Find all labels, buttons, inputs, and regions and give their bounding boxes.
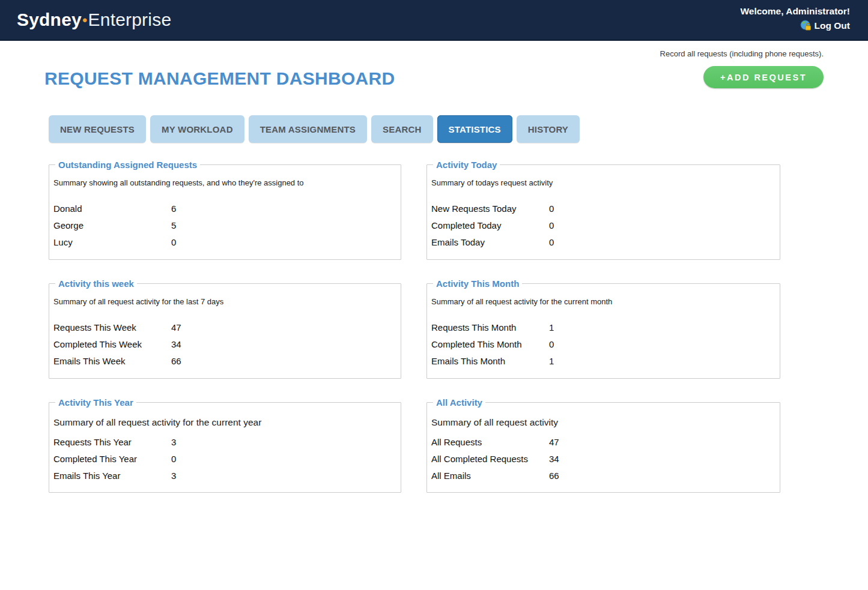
stat-row: All Emails 66 <box>431 471 772 481</box>
page-content: REQUEST MANAGEMENT DASHBOARD Record all … <box>0 49 868 493</box>
stat-label: Completed Today <box>431 220 549 231</box>
panel-title: Activity Today <box>433 160 500 170</box>
tab-history[interactable]: HISTORY <box>517 115 580 143</box>
stat-row: Requests This Month 1 <box>431 322 772 333</box>
tab-search[interactable]: SEARCH <box>371 115 433 143</box>
stat-row: Requests This Week 47 <box>53 322 393 333</box>
app-logo: Sydney•Enterprise <box>17 10 171 30</box>
stat-row: Emails This Week 66 <box>53 356 393 367</box>
stat-value: 1 <box>549 322 554 333</box>
stat-value: 6 <box>171 203 176 214</box>
page-title: REQUEST MANAGEMENT DASHBOARD <box>44 68 395 88</box>
stat-value: 3 <box>171 437 176 448</box>
stat-row: Completed This Month 0 <box>431 339 772 350</box>
stat-value: 5 <box>171 220 176 231</box>
panel-all-activity: All Activity Summary of all request acti… <box>426 397 780 493</box>
panel-title: Outstanding Assigned Requests <box>55 160 200 170</box>
panel-title: Activity This Month <box>433 278 522 289</box>
stat-row: All Requests 47 <box>431 437 772 448</box>
globe-lock-icon <box>800 20 812 31</box>
panel-rows: Requests This Week 47 Completed This Wee… <box>53 322 393 367</box>
stat-label: Emails This Year <box>53 471 171 481</box>
stat-label: Lucy <box>53 237 171 248</box>
stat-label: George <box>53 220 171 231</box>
stat-row: Completed This Week 34 <box>53 339 393 350</box>
stat-row: Emails Today 0 <box>431 237 772 248</box>
stat-row: All Completed Requests 34 <box>431 454 772 465</box>
panel-description: Summary of all request activity <box>431 417 772 428</box>
add-request-button[interactable]: +ADD REQUEST <box>703 66 824 88</box>
logout-link[interactable]: Log Out <box>800 20 850 31</box>
panel-rows: Requests This Year 3 Completed This Year… <box>53 437 393 481</box>
stat-label: Emails This Week <box>53 356 171 367</box>
stat-row: Requests This Year 3 <box>53 437 393 448</box>
statistics-panels: Outstanding Assigned Requests Summary sh… <box>49 160 824 493</box>
panel-outstanding-assigned-requests: Outstanding Assigned Requests Summary sh… <box>49 160 401 260</box>
stat-label: Emails Today <box>431 237 549 248</box>
top-navigation-bar: Sydney•Enterprise Welcome, Administrator… <box>0 0 868 41</box>
panel-activity-today: Activity Today Summary of todays request… <box>426 160 780 260</box>
panel-title: All Activity <box>433 397 485 408</box>
panel-activity-this-week: Activity this week Summary of all reques… <box>49 278 401 379</box>
stat-label: Emails This Month <box>431 356 549 367</box>
stat-value: 0 <box>549 220 554 231</box>
panel-title: Activity This Year <box>55 397 136 408</box>
header-actions: Record all requests (including phone req… <box>660 49 824 88</box>
stat-value: 1 <box>549 356 554 367</box>
panel-activity-this-month: Activity This Month Summary of all reque… <box>426 278 780 379</box>
logout-label: Log Out <box>815 20 850 31</box>
welcome-message: Welcome, Administrator! <box>740 6 850 17</box>
panel-rows: New Requests Today 0 Completed Today 0 E… <box>431 203 772 248</box>
stat-label: Donald <box>53 203 171 214</box>
stat-value: 34 <box>171 339 181 350</box>
stat-label: Requests This Week <box>53 322 171 333</box>
stat-label: Completed This Week <box>53 339 171 350</box>
panel-rows: Donald 6 George 5 Lucy 0 <box>53 203 393 248</box>
stat-row: New Requests Today 0 <box>431 203 772 214</box>
stat-label: All Emails <box>431 471 549 481</box>
tab-team-assignments[interactable]: TEAM ASSIGNMENTS <box>249 115 367 143</box>
stat-label: Requests This Month <box>431 322 549 333</box>
brand-name-primary: Sydney <box>17 10 82 29</box>
panel-description: Summary of all request activity for the … <box>431 297 772 306</box>
panel-rows: Requests This Month 1 Completed This Mon… <box>431 322 772 367</box>
stat-value: 0 <box>171 454 176 465</box>
panel-description: Summary of all request activity for the … <box>53 297 393 306</box>
panel-activity-this-year: Activity This Year Summary of all reques… <box>49 397 401 493</box>
panel-title: Activity this week <box>55 278 137 289</box>
stat-label: Completed This Year <box>53 454 171 465</box>
tab-my-workload[interactable]: MY WORKLOAD <box>150 115 244 143</box>
stat-row: Completed Today 0 <box>431 220 772 231</box>
dashboard-tabs: NEW REQUESTS MY WORKLOAD TEAM ASSIGNMENT… <box>49 115 824 143</box>
stat-value: 34 <box>549 454 559 465</box>
stat-value: 47 <box>171 322 181 333</box>
stat-label: All Completed Requests <box>431 454 549 465</box>
stat-label: Completed This Month <box>431 339 549 350</box>
stat-value: 66 <box>549 471 559 481</box>
stat-value: 0 <box>171 237 176 248</box>
record-requests-note: Record all requests (including phone req… <box>660 49 824 58</box>
panel-description: Summary showing all outstanding requests… <box>53 178 393 187</box>
stat-value: 0 <box>549 203 554 214</box>
stat-row: Emails This Month 1 <box>431 356 772 367</box>
stat-row: George 5 <box>53 220 393 231</box>
stat-value: 3 <box>171 471 176 481</box>
panel-description: Summary of all request activity for the … <box>53 417 393 428</box>
stat-row: Completed This Year 0 <box>53 454 393 465</box>
stat-row: Donald 6 <box>53 203 393 214</box>
tab-new-requests[interactable]: NEW REQUESTS <box>49 115 146 143</box>
stat-value: 66 <box>171 356 181 367</box>
panel-description: Summary of todays request activity <box>431 178 772 187</box>
panel-rows: All Requests 47 All Completed Requests 3… <box>431 437 772 481</box>
brand-dot-icon: • <box>82 12 88 28</box>
stat-row: Emails This Year 3 <box>53 471 393 481</box>
stat-row: Lucy 0 <box>53 237 393 248</box>
brand-name-secondary: Enterprise <box>88 10 172 29</box>
stat-value: 47 <box>549 437 559 448</box>
page-header-row: REQUEST MANAGEMENT DASHBOARD Record all … <box>44 49 824 88</box>
tab-statistics[interactable]: STATISTICS <box>437 115 512 143</box>
stat-label: New Requests Today <box>431 203 549 214</box>
stat-value: 0 <box>549 339 554 350</box>
stat-label: Requests This Year <box>53 437 171 448</box>
user-area: Welcome, Administrator! Log Out <box>740 6 850 34</box>
